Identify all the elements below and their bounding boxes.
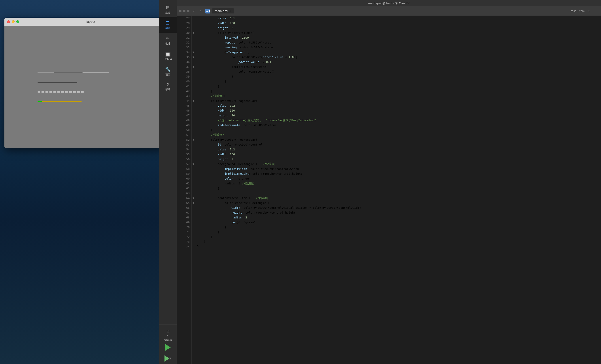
line-number: 59: [177, 172, 191, 176]
wc-dot-2: [183, 10, 185, 12]
preview-content: [4, 26, 163, 148]
code-line[interactable]: height: 20: [195, 113, 601, 118]
fold-indicator: [192, 128, 195, 132]
run-icon: [165, 344, 171, 351]
fold-indicator[interactable]: ▼: [192, 50, 195, 55]
sidebar-item-project[interactable]: 🔧 项目: [159, 64, 177, 79]
fold-indicator[interactable]: ▼: [192, 30, 195, 35]
code-line[interactable]: onTriggered: {: [195, 50, 601, 55]
code-line[interactable]: }: [195, 84, 601, 89]
line-number: 32: [177, 40, 191, 45]
code-line[interactable]: //进度条4: [195, 132, 601, 137]
fold-indicator: [192, 94, 195, 99]
code-line[interactable]: }: [195, 230, 601, 234]
code-line[interactable]: radius: 2: [195, 215, 601, 220]
device-selector[interactable]: 🖥 ▸: [159, 324, 177, 339]
code-line[interactable]: background: Rectangle { //背景项: [195, 162, 601, 167]
code-line[interactable]: }: [195, 244, 601, 249]
fold-indicator[interactable]: ▼: [192, 196, 195, 201]
close-button[interactable]: [7, 20, 10, 23]
code-line[interactable]: repeat: color:#c586c0">true: [195, 40, 601, 45]
code-area[interactable]: value: 0.1 width: 100 height: 2 color:#4…: [195, 16, 601, 364]
code-line[interactable]: implicitHeight: color:#4ec9b0">control.h…: [195, 172, 601, 176]
code-line[interactable]: width: 100: [195, 21, 601, 26]
code-line[interactable]: }: [195, 128, 601, 132]
code-line[interactable]: //当indeterminte设置为真实， ProcessBar变成了BusyI…: [195, 118, 601, 123]
sidebar-item-welcome[interactable]: ⊞ 欢迎: [159, 2, 177, 17]
debug-run-button[interactable]: ⚙: [159, 353, 177, 364]
sidebar-item-debug[interactable]: 🔲 Debug: [159, 48, 177, 64]
code-line[interactable]: }: [195, 225, 601, 230]
line-number: 58: [177, 167, 191, 172]
code-line[interactable]: }color:#c586c0">else{: [195, 64, 601, 69]
nav-forward-button[interactable]: ›: [198, 8, 204, 14]
file-tab-main[interactable]: main.qml ×: [212, 8, 234, 13]
code-line[interactable]: [195, 191, 601, 196]
code-line[interactable]: value: 0.1: [195, 16, 601, 21]
fold-indicator[interactable]: ▼: [192, 201, 195, 205]
code-line[interactable]: value: 0.2: [195, 147, 601, 152]
line-number: 70: [177, 225, 191, 230]
line-number: 41: [177, 84, 191, 89]
code-line[interactable]: color: "green": [195, 220, 601, 225]
code-line[interactable]: value: 0.2: [195, 103, 601, 108]
code-line[interactable]: parent.value += 0.1: [195, 60, 601, 64]
code-line[interactable]: color:#4ec9b0">Timer{: [195, 30, 601, 35]
code-line[interactable]: radius: 3 //圆滑度: [195, 181, 601, 186]
code-line[interactable]: width: color:#4ec9b0">control.visualPosi…: [195, 205, 601, 210]
code-line[interactable]: interval: 1000: [195, 35, 601, 40]
more-options-button[interactable]: ⋮⋮: [593, 8, 599, 14]
line-number: 48: [177, 118, 191, 123]
fold-indicator: [192, 35, 195, 40]
project-icon: 🔧: [165, 67, 171, 72]
fold-indicator: [192, 215, 195, 220]
code-line[interactable]: height: 2: [195, 157, 601, 162]
code-line[interactable]: indeterminate: color:#c586c0">true: [195, 123, 601, 128]
code-line[interactable]: id: color:#4ec9b0">control: [195, 142, 601, 147]
code-line[interactable]: }: [195, 74, 601, 79]
sidebar-item-help[interactable]: ? 帮助: [159, 79, 177, 94]
code-line[interactable]: color:#4ec9b0">ProgressBar{: [195, 137, 601, 142]
line-number: 46: [177, 108, 191, 113]
split-editor-button[interactable]: ⊡: [586, 8, 592, 14]
code-line[interactable]: //进度条3: [195, 94, 601, 99]
code-line[interactable]: implicitWidth: color:#4ec9b0">control.wi…: [195, 167, 601, 172]
code-line[interactable]: contentItem: Item { //内容项: [195, 196, 601, 201]
tab-filename: main.qml: [215, 9, 228, 13]
code-line[interactable]: }: [195, 186, 601, 191]
code-line[interactable]: color:#4ec9b0">Rectangle {: [195, 201, 601, 205]
code-line[interactable]: }: [195, 79, 601, 84]
code-line[interactable]: color:#c586c0">stop(): [195, 69, 601, 74]
code-line[interactable]: }: [195, 234, 601, 239]
fold-indicator: [192, 176, 195, 181]
line-number: 55: [177, 152, 191, 157]
minimize-button[interactable]: [12, 20, 15, 23]
fold-indicator[interactable]: ▼: [192, 162, 195, 167]
code-line[interactable]: height: color:#4ec9b0">control.height: [195, 210, 601, 215]
code-line[interactable]: width: 100: [195, 108, 601, 113]
fold-indicator[interactable]: ▼: [192, 64, 195, 69]
code-line[interactable]: }: [195, 239, 601, 244]
code-line[interactable]: color:#4ec9b0">ProgressBar{: [195, 99, 601, 103]
device-arrow: ▸: [167, 334, 168, 336]
run-button[interactable]: [159, 342, 177, 353]
code-line[interactable]: }: [195, 89, 601, 94]
fold-indicator: [192, 172, 195, 176]
fold-indicator[interactable]: ▼: [192, 55, 195, 60]
code-line[interactable]: height: 2: [195, 26, 601, 30]
fold-indicator: [192, 147, 195, 152]
sidebar-item-edit[interactable]: ☰ 编辑: [159, 17, 177, 33]
sidebar-item-design[interactable]: ✏ 设计: [159, 33, 177, 48]
code-line[interactable]: running: color:#c586c0">true: [195, 45, 601, 50]
line-numbers-gutter: 2728293031323334353637383940414243444546…: [177, 16, 192, 364]
tab-close-button[interactable]: ×: [230, 10, 231, 12]
nav-back-button[interactable]: ‹: [191, 8, 197, 14]
line-number: 34: [177, 50, 191, 55]
code-line[interactable]: color:#c586c0">if(parent.value < 1.0){: [195, 55, 601, 60]
fold-indicator[interactable]: ▼: [192, 99, 195, 103]
code-line[interactable]: color: "orange": [195, 176, 601, 181]
code-line[interactable]: width: 100: [195, 152, 601, 157]
fold-indicator: [192, 142, 195, 147]
maximize-button[interactable]: [16, 20, 19, 23]
fold-indicator[interactable]: ▼: [192, 137, 195, 142]
